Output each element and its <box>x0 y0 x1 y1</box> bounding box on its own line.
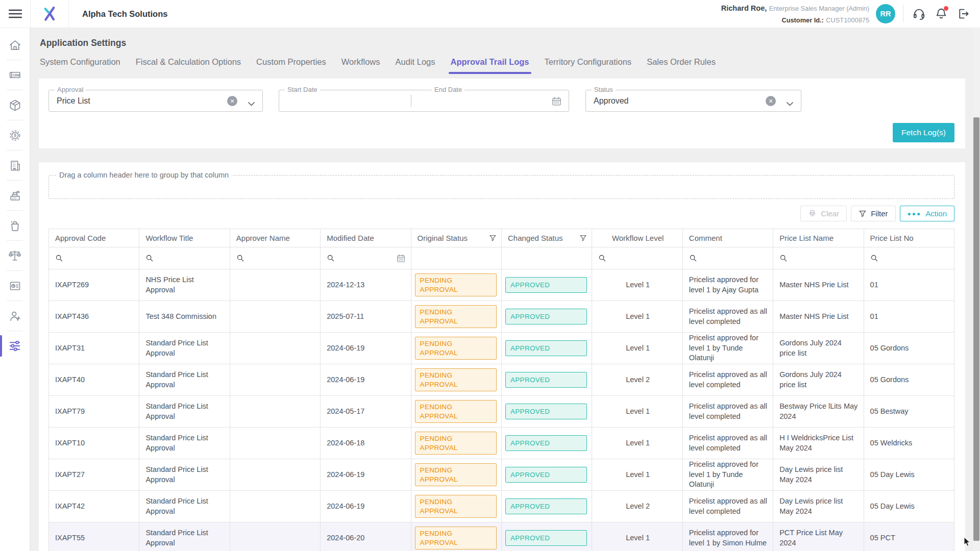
cell-comment: Pricelist approved as all level complete… <box>683 428 773 459</box>
table-row[interactable]: IXAPT40Standard Price List Approval2024-… <box>49 364 954 396</box>
tab-custom-properties[interactable]: Custom Properties <box>249 53 334 74</box>
sidebar-item-billing[interactable]: $ <box>0 123 30 147</box>
chevron-down-icon[interactable] <box>787 99 793 108</box>
status-badge: PENDING APPROVAL <box>415 432 497 455</box>
table-row[interactable]: IXAPT10Standard Price List Approval2024-… <box>49 428 954 459</box>
status-select[interactable]: Status Approved ✕ <box>585 90 801 112</box>
sidebar-item-products[interactable] <box>0 93 30 117</box>
sidebar-item-home[interactable] <box>0 33 30 57</box>
calendar-icon[interactable] <box>551 96 562 109</box>
column-filter-workflow-title[interactable] <box>139 247 230 269</box>
column-header-modified-date[interactable]: Modified Date <box>321 229 411 247</box>
column-filter-price-list-name[interactable] <box>773 247 864 269</box>
divider <box>7 150 23 151</box>
column-header-price-list-no[interactable]: Price List No <box>864 229 954 247</box>
notifications-button[interactable] <box>935 7 948 20</box>
cell-comment: Pricelist approved as all level complete… <box>683 396 773 428</box>
table-row[interactable]: IXAPT55Standard Price List Approval2024-… <box>49 522 954 551</box>
table-row[interactable]: IXAPT31Standard Price List Approval2024-… <box>49 333 954 364</box>
column-header-approval-code[interactable]: Approval Code <box>49 229 139 247</box>
scrollbar-thumb[interactable] <box>973 117 979 541</box>
avatar[interactable]: RR <box>876 4 895 23</box>
cell-approver-name <box>230 269 321 301</box>
table-row[interactable]: IXAPT436Test 348 Commission2025-07-11PEN… <box>49 301 954 333</box>
cell-workflow-title: Standard Price List Approval <box>139 428 230 459</box>
fetch-logs-button[interactable]: Fetch Log(s) <box>893 123 954 142</box>
notification-dot <box>944 6 948 11</box>
clear-selection-icon[interactable]: ✕ <box>227 96 237 106</box>
status-badge: APPROVED <box>505 277 587 293</box>
table-row[interactable]: IXAPT269NHS Price List Approval2024-12-1… <box>49 269 954 301</box>
tab-territory-configurations[interactable]: Territory Configurations <box>537 53 640 74</box>
main-content: Application Settings System Configuratio… <box>30 28 980 551</box>
tab-fiscal-calculation-options[interactable]: Fiscal & Calculation Options <box>128 53 249 74</box>
sidebar-item-crm[interactable]: CRM <box>0 63 30 87</box>
vertical-scrollbar[interactable] <box>973 28 980 551</box>
support-button[interactable] <box>912 7 926 21</box>
tab-system-configuration[interactable]: System Configuration <box>39 53 128 74</box>
cell-approval-code: IXAPT31 <box>49 333 139 364</box>
column-header-workflow-level[interactable]: Workflow Level <box>592 229 682 247</box>
divider <box>7 270 23 271</box>
column-header-changed-status[interactable]: Changed Status <box>502 229 592 247</box>
cell-price-list-name: PCT Price List May 2024 <box>773 522 864 551</box>
clear-selection-icon[interactable]: ✕ <box>766 96 776 106</box>
sidebar-item-sales-register[interactable] <box>0 184 30 207</box>
column-filter-workflow-level[interactable] <box>592 247 682 269</box>
logout-button[interactable] <box>957 7 970 20</box>
column-header-workflow-title[interactable]: Workflow Title <box>139 229 230 247</box>
tab-workflows[interactable]: Workflows <box>334 53 388 74</box>
sidebar-item-settings[interactable] <box>0 334 30 358</box>
column-filter-approver-name[interactable] <box>230 247 321 269</box>
action-button[interactable]: ●●● Action <box>900 206 954 221</box>
date-range-field: Start Date End Date <box>279 90 569 112</box>
report-card-icon <box>8 279 22 293</box>
column-filter-approval-code[interactable] <box>49 247 139 269</box>
chevron-down-icon[interactable] <box>248 99 255 108</box>
menu-toggle-button[interactable] <box>0 0 30 28</box>
cell-approval-code: IXAPT269 <box>49 269 139 301</box>
status-badge: PENDING APPROVAL <box>415 495 497 518</box>
column-header-price-list-name[interactable]: Price List Name <box>773 229 864 247</box>
app-logo[interactable] <box>30 0 69 28</box>
tab-bar: System ConfigurationFiscal & Calculation… <box>39 53 965 74</box>
approval-select[interactable]: Approval Price List ✕ <box>48 90 263 112</box>
column-filter-price-list-no[interactable] <box>864 247 954 269</box>
sidebar-item-ledger[interactable]: DC <box>0 244 30 267</box>
table-row[interactable]: IXAPT27Standard Price List Approval2024-… <box>49 459 954 491</box>
search-icon <box>870 254 878 262</box>
clear-button[interactable]: Clear <box>800 206 847 221</box>
status-badge: APPROVED <box>505 498 587 515</box>
cell-workflow-title: Standard Price List Approval <box>139 491 230 522</box>
calendar-icon[interactable] <box>396 254 406 263</box>
cell-approval-code: IXAPT79 <box>49 396 139 428</box>
funnel-icon <box>859 210 867 218</box>
group-drop-zone[interactable]: Drag a column header here to group by th… <box>48 175 954 199</box>
sidebar-item-organization[interactable] <box>0 154 30 177</box>
column-header-original-status[interactable]: Original Status <box>411 229 502 247</box>
status-badge: PENDING APPROVAL <box>415 368 497 391</box>
tab-audit-logs[interactable]: Audit Logs <box>388 53 443 74</box>
sidebar-item-add-user[interactable] <box>0 304 30 328</box>
tab-sales-order-rules[interactable]: Sales Order Rules <box>639 53 723 74</box>
cell-approval-code: IXAPT42 <box>49 491 139 522</box>
cell-workflow-level: Level 1 <box>592 301 682 333</box>
funnel-icon[interactable] <box>489 234 497 242</box>
cell-original-status: PENDING APPROVAL <box>411 522 502 551</box>
column-header-approver-name[interactable]: Approver Name <box>230 229 321 247</box>
sidebar-item-purchases[interactable] <box>0 214 30 237</box>
column-filter-original-status <box>411 247 502 269</box>
table-body: IXAPT269NHS Price List Approval2024-12-1… <box>49 269 954 551</box>
table-row[interactable]: IXAPT42Standard Price List Approval2024-… <box>49 491 954 522</box>
column-label: Approval Code <box>55 234 106 242</box>
table-row[interactable]: IXAPT79Standard Price List Approval2024-… <box>49 396 954 428</box>
sidebar-item-reports[interactable] <box>0 274 30 297</box>
funnel-icon[interactable] <box>579 234 587 242</box>
search-icon <box>55 254 63 262</box>
tab-approval-trail-logs[interactable]: Approval Trail Logs <box>443 53 537 74</box>
column-header-comment[interactable]: Comment <box>683 229 773 247</box>
column-filter-comment[interactable] <box>683 247 773 269</box>
cash-register-icon <box>8 189 22 203</box>
column-filter-modified-date[interactable] <box>321 247 411 269</box>
filter-button[interactable]: Filter <box>851 206 895 221</box>
